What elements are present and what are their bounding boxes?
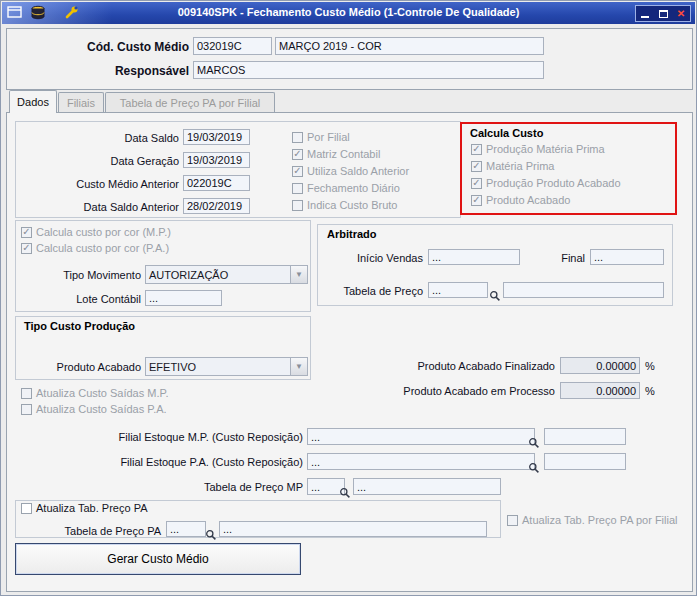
- checkbox-calcula-custo-cor-pa: Calcula custo por cor (P.A.): [21, 242, 169, 254]
- dropdown-icon[interactable]: ▼: [290, 266, 307, 283]
- checkbox-atualiza-custo-saidas-pa: Atualiza Custo Saídas P.A.: [21, 403, 167, 415]
- filial-estoque-mp-label: Filial Estoque M.P. (Custo Reposição): [101, 431, 303, 443]
- checkbox-indica-custo-bruto: Indica Custo Bruto: [292, 199, 398, 211]
- checkbox-label: Calcula custo por cor (P.A.): [36, 242, 169, 254]
- filial-estoque-mp-input[interactable]: ...: [307, 428, 535, 445]
- checkbox-label: Por Filial: [307, 131, 350, 143]
- data-saldo-input[interactable]: 19/03/2019: [183, 129, 250, 145]
- final-input[interactable]: ...: [590, 249, 664, 265]
- tab-tabela-preco-pa-por-filial: Tabela de Preço PA por Filial: [105, 92, 275, 113]
- custo-medio-anterior-input[interactable]: 022019C: [183, 175, 250, 191]
- checkbox-label: Indica Custo Bruto: [307, 199, 398, 211]
- cod-custo-medio-label: Cód. Custo Médio: [19, 40, 189, 54]
- app-window: 009140SPK - Fechamento Custo Médio (1-Co…: [0, 0, 697, 596]
- checkbox-label: Matriz Contabil: [307, 148, 380, 160]
- checkbox-icon: [292, 200, 303, 211]
- tipo-movimento-label: Tipo Movimento: [31, 269, 141, 281]
- produto-acabado-label: Produto Acabado: [31, 361, 141, 373]
- cod-custo-medio-input[interactable]: 032019C: [193, 37, 272, 55]
- produto-acabado-em-processo-input[interactable]: 0.00000: [560, 382, 640, 399]
- tabela-de-preco-lookup-icon[interactable]: [488, 289, 501, 302]
- tabela-preco-mp-lookup-icon[interactable]: [338, 486, 351, 499]
- arbitrado-title: Arbitrado: [324, 228, 380, 240]
- checkbox-icon: [507, 515, 518, 526]
- tabela-preco-mp-desc-input[interactable]: ...: [353, 478, 501, 495]
- tipo-movimento-select[interactable]: AUTORIZAÇÃO ▼: [145, 265, 308, 284]
- produto-acabado-em-processo-label: Produto Acabado em Processo: [379, 385, 555, 397]
- produto-acabado-value: EFETIVO: [146, 358, 290, 375]
- data-geracao-input[interactable]: 19/03/2019: [183, 152, 250, 168]
- inicio-vendas-input[interactable]: ...: [428, 249, 520, 265]
- maximize-icon: [659, 10, 668, 18]
- dropdown-icon[interactable]: ▼: [290, 358, 307, 375]
- checkbox-label: Fechamento Diário: [307, 182, 400, 194]
- close-button[interactable]: ✕: [673, 7, 689, 20]
- data-saldo-anterior-input[interactable]: 28/02/2019: [183, 198, 250, 214]
- checkbox-producao-produto-acabado: Produção Produto Acabado: [471, 177, 621, 189]
- produto-acabado-finalizado-input[interactable]: 0.00000: [560, 357, 640, 374]
- filial-estoque-pa-input[interactable]: ...: [307, 453, 535, 470]
- checkbox-icon: [471, 144, 482, 155]
- tab-filiais: Filiais: [58, 92, 104, 113]
- processo-percent-label: %: [645, 385, 659, 397]
- checkbox-label: Produto Acabado: [486, 194, 570, 206]
- checkbox-label: Utiliza Saldo Anterior: [307, 165, 409, 177]
- checkbox-label: Atualiza Tab. Preço PA: [36, 502, 148, 514]
- tabela-preco-pa-label: Tabela de Preço PA: [39, 525, 161, 537]
- filial-estoque-mp-extra-input[interactable]: [544, 428, 626, 445]
- checkbox-icon: [21, 503, 32, 514]
- checkbox-icon: [292, 183, 303, 194]
- checkbox-label: Produção Produto Acabado: [486, 177, 621, 189]
- tabela-preco-pa-desc-input[interactable]: ...: [219, 521, 487, 537]
- final-label: Final: [533, 252, 585, 264]
- produto-acabado-select[interactable]: EFETIVO ▼: [145, 357, 308, 376]
- checkbox-icon: [471, 195, 482, 206]
- checkbox-icon: [21, 388, 32, 399]
- tabela-de-preco-code-input[interactable]: ...: [428, 282, 488, 298]
- checkbox-icon: [292, 132, 303, 143]
- checkbox-label: Atualiza Tab. Preço PA por Filial: [522, 514, 678, 526]
- inicio-vendas-label: Início Vendas: [331, 252, 423, 264]
- data-saldo-anterior-label: Data Saldo Anterior: [61, 201, 179, 213]
- checkbox-atualiza-custo-saidas-mp: Atualiza Custo Saídas M.P.: [21, 387, 168, 399]
- finalizado-percent-label: %: [645, 360, 659, 372]
- checkbox-icon: [471, 161, 482, 172]
- responsavel-label: Responsável: [19, 64, 189, 78]
- calcula-custo-title: Calcula Custo: [467, 127, 546, 139]
- maximize-button[interactable]: [655, 7, 671, 20]
- checkbox-materia-prima: Matéria Prima: [471, 160, 554, 172]
- custo-medio-anterior-label: Custo Médio Anterior: [61, 178, 179, 190]
- minimize-button[interactable]: [637, 7, 653, 20]
- checkbox-atualiza-tab-preco-pa-por-filial: Atualiza Tab. Preço PA por Filial: [507, 514, 678, 526]
- checkbox-atualiza-tab-preco-pa[interactable]: Atualiza Tab. Preço PA: [21, 502, 148, 514]
- tabela-de-preco-desc-input[interactable]: [503, 282, 664, 298]
- tab-dados[interactable]: Dados: [9, 90, 57, 113]
- filial-estoque-mp-lookup-icon[interactable]: [527, 436, 540, 449]
- checkbox-icon: [21, 243, 32, 254]
- cod-custo-medio-desc-input[interactable]: MARÇO 2019 - COR: [275, 37, 544, 55]
- data-geracao-label: Data Geração: [61, 155, 179, 167]
- checkbox-label: Atualiza Custo Saídas M.P.: [36, 387, 168, 399]
- checkbox-produto-acabado: Produto Acabado: [471, 194, 570, 206]
- responsavel-input[interactable]: MARCOS: [193, 61, 544, 79]
- minimize-icon: [641, 16, 649, 18]
- checkbox-icon: [292, 166, 303, 177]
- window-controls: ✕: [635, 5, 691, 22]
- filial-estoque-pa-label: Filial Estoque P.A. (Custo Reposição): [101, 456, 303, 468]
- checkbox-label: Atualiza Custo Saídas P.A.: [36, 403, 167, 415]
- tabela-de-preco-label: Tabela de Preço: [331, 285, 423, 297]
- lote-contabil-input[interactable]: ...: [145, 290, 222, 306]
- checkbox-matriz-contabil: Matriz Contabil: [292, 148, 380, 160]
- tipo-movimento-value: AUTORIZAÇÃO: [146, 266, 290, 283]
- gerar-custo-medio-button[interactable]: Gerar Custo Médio: [15, 543, 301, 575]
- checkbox-label: Matéria Prima: [486, 160, 554, 172]
- filial-estoque-pa-extra-input[interactable]: [544, 453, 626, 470]
- titlebar: 009140SPK - Fechamento Custo Médio (1-Co…: [2, 2, 695, 24]
- tabela-preco-pa-lookup-icon[interactable]: [204, 528, 217, 541]
- checkbox-icon: [21, 227, 32, 238]
- data-saldo-label: Data Saldo: [61, 132, 179, 144]
- tabela-preco-pa-code-input[interactable]: ...: [166, 521, 206, 537]
- checkbox-icon: [471, 178, 482, 189]
- filial-estoque-pa-lookup-icon[interactable]: [527, 461, 540, 474]
- checkbox-por-filial: Por Filial: [292, 131, 350, 143]
